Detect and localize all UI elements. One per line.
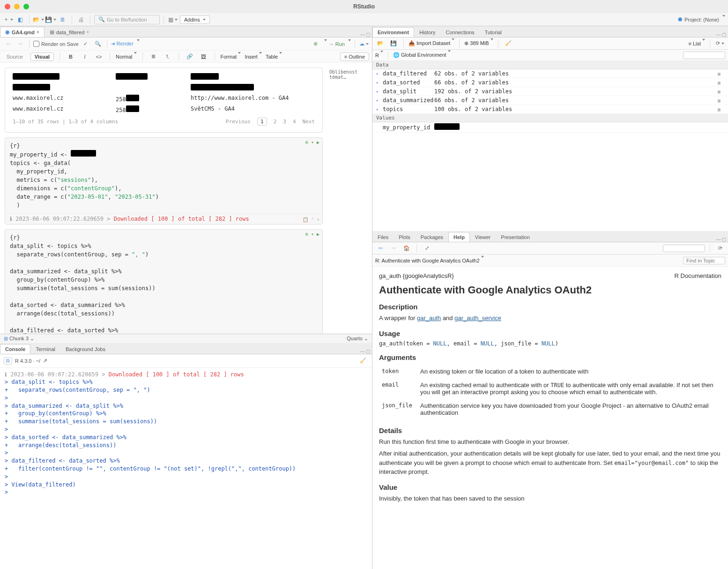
run-button[interactable]: → Run	[329, 41, 345, 47]
tab-ga4-qmd[interactable]: ◉GA4.qmd×	[0, 27, 45, 37]
help-forward-button[interactable]: ⇨	[388, 244, 399, 253]
close-window-button[interactable]	[5, 4, 10, 9]
editor-outline[interactable]: Oblíbenost témat…	[327, 67, 367, 329]
chunk-settings-icon[interactable]: ⚙	[305, 232, 308, 237]
table-menu[interactable]: Table	[266, 54, 282, 60]
insert-menu[interactable]: Insert	[245, 54, 262, 60]
minimize-pane-icon[interactable]: —	[716, 32, 721, 37]
tab-presentation[interactable]: Presentation	[496, 232, 535, 242]
tab-environment[interactable]: Environment	[372, 27, 414, 37]
help-home-button[interactable]: 🏠	[401, 244, 412, 253]
close-icon[interactable]: ×	[37, 30, 39, 35]
minimize-pane-icon[interactable]: —	[360, 349, 365, 354]
addins-menu[interactable]: Addins	[180, 15, 210, 24]
mem-usage[interactable]: ⊕ 389 MiB	[464, 40, 493, 46]
console-body[interactable]: ℹ 2023-06-06 09:07:22.620659 > Downloade…	[0, 368, 372, 569]
save-workspace-button[interactable]: 💾	[388, 39, 399, 48]
tab-files[interactable]: Files	[372, 232, 394, 242]
link-button[interactable]: 🔗	[185, 52, 195, 61]
bullet-list-button[interactable]: ≣	[149, 52, 159, 61]
render-button[interactable]: ➜ Render	[111, 41, 134, 47]
env-search-input[interactable]	[683, 52, 725, 59]
outline-item[interactable]: Oblíbenost témat…	[329, 69, 365, 80]
save-all-button[interactable]: 🗎	[58, 15, 68, 24]
pager-next[interactable]: Next	[303, 119, 315, 125]
spellcheck-button[interactable]: ✓	[81, 39, 91, 49]
gar-auth-link[interactable]: gar_auth	[417, 314, 441, 322]
chunk-settings-icon[interactable]: ⚙	[305, 140, 308, 145]
code-chunk-2[interactable]: ⌄ ⚙▾▶ {r} data_split <- topics %>% separ…	[5, 229, 323, 334]
env-row[interactable]: ▸data_filtered62 obs. of 2 variables▦	[372, 69, 728, 78]
maximize-pane-icon[interactable]: ▢	[722, 237, 726, 242]
env-lang-select[interactable]: R	[375, 52, 383, 58]
find-in-topic-input[interactable]	[683, 257, 725, 264]
open-file-button[interactable]: 📂	[33, 15, 44, 24]
image-button[interactable]: 🖼	[199, 52, 209, 61]
clear-console-button[interactable]: 🧹	[358, 356, 368, 366]
goto-file-input[interactable]: 🔍Go to file/function	[94, 15, 160, 24]
format-menu[interactable]: Format	[221, 54, 241, 60]
tab-data-filtered[interactable]: ▦data_filtered×	[45, 27, 94, 37]
env-row[interactable]: ▸topics100 obs. of 2 variables▦	[372, 105, 728, 114]
tab-plots[interactable]: Plots	[394, 232, 415, 242]
chunk-run-above-icon[interactable]: ▾	[311, 232, 314, 237]
chunk-run-icon[interactable]: ▶	[317, 232, 319, 237]
tab-packages[interactable]: Packages	[416, 232, 448, 242]
output-collapse-icon[interactable]: ⌃	[311, 217, 314, 222]
env-row[interactable]: ▸data_summarized66 obs. of 2 variables▦	[372, 96, 728, 105]
env-scope-select[interactable]: 🌐 Global Environment	[393, 52, 451, 58]
project-menu[interactable]: ⬢Project: (None)	[678, 16, 725, 22]
help-refresh-button[interactable]: ⟳	[715, 244, 725, 253]
import-dataset-menu[interactable]: 📥 Import Dataset	[409, 40, 454, 46]
render-on-save-checkbox[interactable]	[33, 41, 39, 47]
minimize-pane-icon[interactable]: —	[360, 32, 365, 37]
tab-viewer[interactable]: Viewer	[470, 232, 496, 242]
console-dir-icon[interactable]: ⇗	[43, 358, 47, 364]
code-button[interactable]: <>	[94, 52, 104, 61]
forward-button[interactable]: ⇨	[15, 39, 25, 49]
maximize-pane-icon[interactable]: ▢	[366, 32, 370, 37]
help-back-button[interactable]: ⇦	[375, 244, 386, 253]
env-row[interactable]: my_property_id	[372, 122, 728, 133]
pager-4[interactable]: 4	[293, 119, 296, 125]
env-view-mode[interactable]: ≡ List	[688, 41, 705, 46]
save-button[interactable]: 💾	[45, 15, 56, 24]
visual-mode-button[interactable]: Visual	[30, 52, 54, 61]
minimize-pane-icon[interactable]: —	[716, 237, 721, 242]
pager-prev[interactable]: Previous	[226, 119, 251, 125]
outline-button[interactable]: ≡ Outline	[340, 52, 369, 61]
refresh-env-button[interactable]: ⟳	[715, 39, 725, 48]
style-select[interactable]: Normal	[116, 54, 136, 60]
load-workspace-button[interactable]: 📂	[375, 39, 386, 48]
chunk-add-button[interactable]: ⊕	[311, 39, 321, 49]
output-clear-icon[interactable]: 📋	[303, 217, 308, 222]
grid-button[interactable]: ▦	[168, 15, 178, 24]
bold-button[interactable]: B	[66, 52, 76, 61]
render-menu[interactable]	[135, 41, 140, 47]
minimize-window-button[interactable]	[14, 4, 20, 9]
output-close-icon[interactable]: ×	[317, 217, 319, 222]
new-project-button[interactable]: ◧	[15, 15, 25, 24]
tab-background-jobs[interactable]: Background Jobs	[60, 344, 111, 354]
editor-body[interactable]: www.maxiorel.cz 258 http://www.maxiorel.…	[0, 63, 372, 334]
maximize-pane-icon[interactable]: ▢	[722, 32, 726, 37]
close-icon[interactable]: ×	[86, 30, 89, 35]
pager-3[interactable]: 3	[283, 119, 286, 125]
tab-help[interactable]: Help	[448, 232, 470, 242]
print-button[interactable]: 🖨	[76, 15, 86, 24]
chunk-run-icon[interactable]: ▶	[317, 140, 319, 145]
tab-tutorial[interactable]: Tutorial	[480, 27, 507, 37]
find-button[interactable]: 🔍	[93, 39, 103, 49]
back-button[interactable]: ⇦	[3, 39, 13, 49]
publish-button[interactable]: ☁	[359, 39, 369, 49]
tab-history[interactable]: History	[414, 27, 440, 37]
env-row[interactable]: ▸data_split192 obs. of 2 variables▦	[372, 87, 728, 96]
chunk-run-above-icon[interactable]: ▾	[311, 140, 314, 145]
italic-button[interactable]: I	[80, 52, 90, 61]
numbered-list-button[interactable]: ⒈	[163, 52, 173, 61]
tab-connections[interactable]: Connections	[440, 27, 479, 37]
env-row[interactable]: ▸data_sorted66 obs. of 2 variables▦	[372, 78, 728, 87]
pager-2[interactable]: 2	[274, 119, 277, 125]
maximize-pane-icon[interactable]: ▢	[366, 349, 370, 354]
maximize-window-button[interactable]	[23, 4, 29, 9]
